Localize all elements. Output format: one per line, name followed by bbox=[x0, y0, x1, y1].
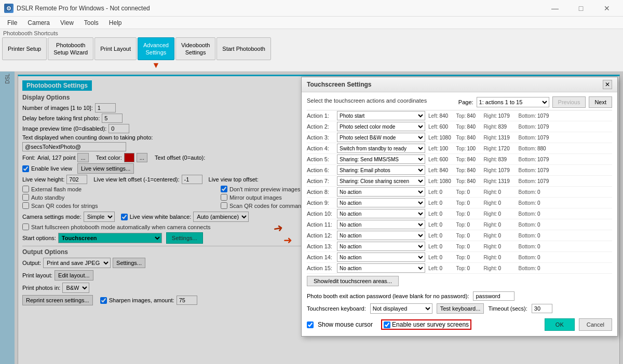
test-keyboard-button[interactable]: Test keyboard... bbox=[437, 303, 484, 314]
print-layout-button[interactable]: Print Layout bbox=[94, 37, 137, 60]
left-val-5: 600 bbox=[439, 157, 454, 162]
top-label-5: Top: bbox=[456, 157, 466, 162]
videobooth-settings-button[interactable]: VideoboothSettings bbox=[175, 37, 215, 60]
action-select-4[interactable]: Switch from standby to ready bbox=[337, 144, 425, 153]
show-edit-area: Show/edit touchscreen areas... bbox=[307, 276, 612, 289]
top-val-11: 0 bbox=[467, 222, 481, 228]
bottom-val-8: 0 bbox=[537, 189, 556, 195]
show-edit-button[interactable]: Show/edit touchscreen areas... bbox=[307, 276, 399, 286]
right-label-15: Right: bbox=[483, 265, 497, 271]
action-row-14: Action 14: No action Left: 0 Top: 0 Righ… bbox=[307, 252, 612, 263]
top-val-12: 0 bbox=[467, 233, 481, 239]
menu-bar: File Camera View Tools Help bbox=[0, 17, 623, 29]
show-cursor-checkbox[interactable] bbox=[307, 321, 314, 328]
top-val-9: 0 bbox=[467, 200, 481, 206]
bottom-label-5: Bottom: bbox=[519, 157, 536, 162]
next-button[interactable]: Next bbox=[589, 96, 612, 108]
action-select-8[interactable]: No action bbox=[337, 187, 425, 197]
action-select-7[interactable]: Sharing: Close sharing screen bbox=[337, 176, 425, 186]
action-label-15: Action 15: bbox=[307, 265, 337, 271]
menu-file[interactable]: File bbox=[2, 18, 22, 27]
menu-tools[interactable]: Tools bbox=[79, 18, 104, 27]
menu-view[interactable]: View bbox=[55, 18, 79, 27]
left-label-8: Left: bbox=[428, 189, 438, 195]
dialog-close-button[interactable]: ✕ bbox=[603, 80, 612, 89]
enable-survey-checkbox[interactable] bbox=[384, 321, 390, 328]
right-label-6: Right: bbox=[483, 167, 497, 173]
left-val-7: 1080 bbox=[439, 178, 454, 184]
action-select-2[interactable]: Photo select color mode bbox=[337, 122, 425, 131]
ok-button[interactable]: OK bbox=[545, 318, 575, 331]
printer-setup-button[interactable]: Printer Setup bbox=[2, 37, 47, 60]
toolbar-section: Photobooth Shortcuts Printer Setup Photo… bbox=[0, 29, 623, 72]
action-label-3: Action 3: bbox=[307, 134, 337, 141]
toolbar-label: Photobooth Shortcuts bbox=[2, 30, 621, 36]
bottom-val-10: 0 bbox=[537, 211, 556, 217]
top-val-14: 0 bbox=[467, 255, 481, 260]
action-select-1[interactable]: Photo start bbox=[337, 111, 425, 120]
action-select-12[interactable]: No action bbox=[337, 231, 425, 240]
right-label-5: Right: bbox=[483, 157, 497, 162]
close-button[interactable]: ✕ bbox=[595, 0, 619, 17]
action-select-5[interactable]: Sharing: Send MMS/SMS bbox=[337, 155, 425, 164]
right-val-3: 1319 bbox=[498, 135, 517, 141]
photobooth-wizard-button[interactable]: PhotoboothSetup Wizard bbox=[48, 37, 93, 60]
right-label-14: Right: bbox=[483, 255, 497, 260]
action-select-6[interactable]: Sharing: Email photos bbox=[337, 165, 425, 175]
action-select-14[interactable]: No action bbox=[337, 253, 425, 262]
left-label-1: Left: bbox=[428, 113, 438, 119]
action-select-13[interactable]: No action bbox=[337, 242, 425, 251]
right-label-12: Right: bbox=[483, 233, 497, 239]
left-label-14: Left: bbox=[428, 255, 438, 260]
enable-survey-label: Enable user survey screens bbox=[392, 321, 469, 328]
action-select-10[interactable]: No action bbox=[337, 209, 425, 218]
right-label-1: Right: bbox=[483, 113, 497, 119]
minimize-button[interactable]: — bbox=[543, 0, 567, 17]
keyboard-select[interactable]: Not displayed bbox=[370, 303, 432, 314]
left-label-9: Left: bbox=[428, 200, 438, 206]
action-label-6: Action 6: bbox=[307, 167, 337, 173]
action-label-10: Action 10: bbox=[307, 211, 337, 217]
action-select-9[interactable]: No action bbox=[337, 198, 425, 207]
show-cursor-label: Show mouse cursor bbox=[318, 321, 373, 328]
previous-button[interactable]: Previous bbox=[552, 96, 586, 108]
timeout-input[interactable] bbox=[532, 304, 552, 313]
cancel-button[interactable]: Cancel bbox=[579, 318, 612, 331]
dialog-header-row: Select the touchscreen actions and coord… bbox=[307, 96, 612, 108]
top-val-6: 840 bbox=[467, 167, 481, 173]
left-val-15: 0 bbox=[439, 265, 454, 271]
right-val-15: 0 bbox=[498, 265, 517, 271]
advanced-settings-button[interactable]: AdvancedSettings bbox=[138, 37, 174, 60]
right-label-8: Right: bbox=[483, 189, 497, 195]
bottom-val-9: 0 bbox=[537, 200, 556, 206]
action-select-11[interactable]: No action bbox=[337, 220, 425, 229]
top-label-11: Top: bbox=[456, 222, 466, 228]
password-input[interactable] bbox=[473, 291, 514, 301]
bottom-val-14: 0 bbox=[537, 255, 556, 260]
action-label-12: Action 12: bbox=[307, 232, 337, 239]
action-label-8: Action 8: bbox=[307, 189, 337, 195]
bottom-val-11: 0 bbox=[537, 222, 556, 228]
dialog-titlebar: Touchscreen Settings ✕ bbox=[302, 77, 617, 92]
action-label-7: Action 7: bbox=[307, 178, 337, 184]
start-photobooth-button[interactable]: Start Photobooth bbox=[216, 37, 271, 60]
right-val-9: 0 bbox=[498, 200, 517, 206]
top-label-9: Top: bbox=[456, 200, 466, 206]
title-bar-left: DSLR Remote Pro for Windows - Not connec… bbox=[4, 4, 150, 13]
left-label-15: Left: bbox=[428, 265, 438, 271]
app-title: DSLR Remote Pro for Windows - Not connec… bbox=[17, 5, 150, 12]
menu-help[interactable]: Help bbox=[104, 18, 127, 27]
print-layout-wrap: Print Layout bbox=[94, 37, 137, 60]
menu-camera[interactable]: Camera bbox=[22, 18, 55, 27]
action-select-3[interactable]: Photo select B&W mode bbox=[337, 133, 425, 142]
action-label-9: Action 9: bbox=[307, 200, 337, 206]
right-label-9: Right: bbox=[483, 200, 497, 206]
left-label-10: Left: bbox=[428, 211, 438, 217]
top-val-13: 0 bbox=[467, 244, 481, 249]
title-bar-controls: — □ ✕ bbox=[543, 0, 619, 17]
page-select[interactable]: 1: actions 1 to 15 bbox=[477, 97, 549, 107]
bottom-label-7: Bottom: bbox=[519, 178, 536, 184]
action-select-15[interactable]: No action bbox=[337, 263, 425, 273]
maximize-button[interactable]: □ bbox=[569, 0, 593, 17]
password-row: Photo booth exit action password (leave … bbox=[307, 291, 612, 301]
